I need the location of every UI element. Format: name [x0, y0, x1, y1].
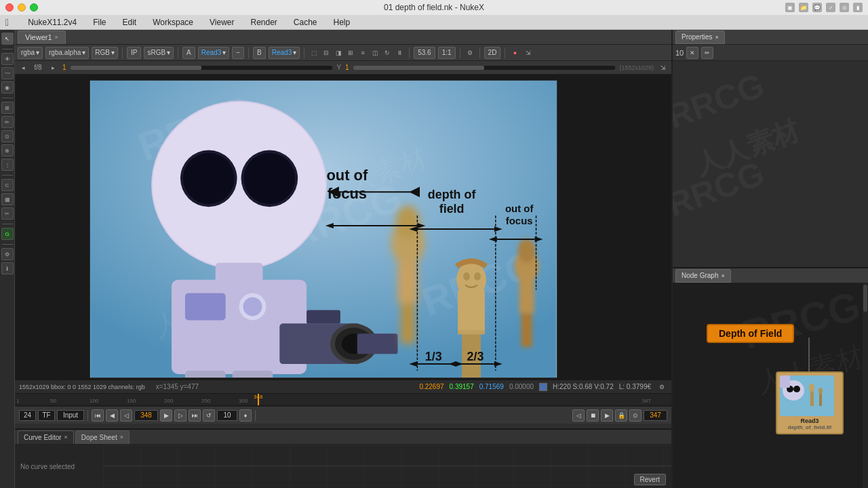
mode-icon[interactable]: ⇲: [658, 62, 669, 73]
colorspace-dropdown[interactable]: RGB ▾: [92, 47, 118, 59]
tool-color[interactable]: ◉: [1, 81, 14, 94]
brush-icon[interactable]: ●: [509, 47, 520, 58]
histogram-icon[interactable]: ◫: [370, 47, 380, 58]
menu-workspace[interactable]: Workspace: [150, 16, 196, 28]
ratio-btn[interactable]: 1:1: [438, 47, 456, 59]
minimize-button[interactable]: [18, 3, 26, 12]
overlay-icon[interactable]: ≡: [357, 47, 368, 58]
properties-tab-close[interactable]: ×: [715, 34, 719, 41]
node-graph-tab[interactable]: Node Graph ×: [675, 269, 731, 283]
ng-scrollbar[interactable]: [863, 283, 868, 488]
tf-mode[interactable]: TF: [38, 410, 55, 421]
colorspace2-label: sRGB: [147, 49, 165, 56]
viewer-settings-icon[interactable]: ⚙: [656, 382, 667, 392]
prev-keyframe-btn[interactable]: ⏮: [92, 409, 104, 422]
tool-deep[interactable]: ⋮: [1, 159, 14, 171]
tool-filter[interactable]: ▦: [1, 193, 14, 205]
read-b-dropdown[interactable]: Read3 ▾: [269, 47, 300, 59]
channel-b-dropdown[interactable]: rgba.alpha ▾: [45, 47, 89, 59]
node-graph-tab-close[interactable]: ×: [721, 272, 724, 279]
expand-icon[interactable]: ⇲: [523, 47, 534, 58]
bookmark-btn[interactable]: ♦: [239, 409, 252, 422]
ip-button[interactable]: IP: [127, 47, 141, 59]
play-fwd2-btn[interactable]: ▶: [601, 409, 613, 422]
curve-editor-tab[interactable]: Curve Editor ×: [18, 430, 74, 444]
tool-pointer[interactable]: ↖: [1, 33, 14, 45]
y-slider[interactable]: [353, 66, 616, 70]
menu-nukex[interactable]: NukeX11.2v4: [25, 16, 79, 28]
tool-track[interactable]: ⊕: [1, 144, 14, 157]
apple-menu[interactable]: : [5, 17, 9, 28]
luminance-display: L: 0.3799€: [619, 383, 651, 390]
rec-btn[interactable]: ⊙: [629, 409, 642, 422]
pause-icon[interactable]: ⏸: [394, 47, 405, 58]
revert-button[interactable]: Revert: [634, 474, 666, 485]
input-mode[interactable]: Input: [57, 410, 84, 421]
next-keyframe-btn[interactable]: ⏭: [189, 409, 201, 422]
prev-frame-icon[interactable]: ◂: [18, 62, 28, 73]
stop-btn[interactable]: ⏹: [587, 409, 599, 422]
maximize-button[interactable]: [30, 3, 38, 12]
current-frame-exp: 1: [62, 64, 66, 71]
tool-settings[interactable]: ⚙: [1, 248, 14, 260]
mode-2d-btn[interactable]: 2D: [484, 47, 501, 59]
tool-paint[interactable]: ✏: [1, 116, 14, 128]
tool-roto[interactable]: ⊙: [1, 130, 14, 142]
next-frame-icon[interactable]: ▸: [47, 62, 58, 73]
menu-cache[interactable]: Cache: [291, 16, 320, 28]
dope-sheet-tab[interactable]: Dope Sheet ×: [75, 430, 130, 444]
menu-file[interactable]: File: [90, 16, 108, 28]
menu-edit[interactable]: Edit: [120, 16, 140, 28]
dope-sheet-close[interactable]: ×: [120, 434, 123, 441]
props-tool-2[interactable]: ✏: [701, 47, 713, 59]
no-curve-label: No curve selected: [15, 445, 103, 488]
roi-icon[interactable]: ⬚: [309, 47, 319, 58]
tool-merge[interactable]: ⊂: [1, 179, 14, 191]
frame-number-input[interactable]: 348: [134, 410, 158, 421]
prev-frame-btn[interactable]: ◀: [106, 409, 118, 422]
props-tool-1[interactable]: ✕: [686, 47, 698, 59]
input-icon[interactable]: ⊞: [345, 47, 356, 58]
right-panel: Properties × 10 ✕ ✏ RRCG 人人素材 RRCG Node: [671, 30, 868, 488]
fps-input[interactable]: 24: [19, 410, 36, 421]
tool-keyer[interactable]: ✂: [1, 207, 14, 220]
minus-btn[interactable]: −: [232, 47, 244, 59]
node-graph-tab-label: Node Graph: [682, 272, 718, 279]
exposure-slider[interactable]: [71, 66, 333, 70]
play-rev-btn[interactable]: ◁: [120, 409, 132, 422]
screen-icon: ▣: [785, 3, 795, 12]
tool-g[interactable]: G: [1, 228, 14, 240]
colorspace2-dropdown[interactable]: sRGB ▾: [144, 47, 174, 59]
play-rev2-btn[interactable]: ◁: [572, 409, 585, 422]
compare-icon[interactable]: ◨: [333, 47, 344, 58]
loop-count[interactable]: 10: [217, 410, 237, 421]
menu-viewer[interactable]: Viewer: [207, 16, 237, 28]
zoom-level[interactable]: 53.6: [414, 47, 435, 59]
viewer-icon-group: ⬚ ⊟ ◨ ⊞ ≡ ◫ ↻ ⏸: [309, 47, 405, 58]
menu-render[interactable]: Render: [248, 16, 279, 28]
tool-curves[interactable]: 〰: [1, 67, 14, 79]
curve-editor-close[interactable]: ×: [64, 434, 68, 441]
end-frame-input[interactable]: 347: [644, 410, 667, 421]
channel-a-dropdown[interactable]: rgba ▾: [18, 47, 43, 59]
dof-node[interactable]: Depth of Field: [707, 324, 794, 343]
lock-btn[interactable]: 🔒: [615, 409, 627, 422]
ng-scroll-handle[interactable]: [863, 285, 867, 312]
split-icon[interactable]: ⊟: [321, 47, 332, 58]
read-a-dropdown[interactable]: Read3 ▾: [198, 47, 229, 59]
properties-tab[interactable]: Properties ×: [675, 30, 725, 44]
next-frame-btn[interactable]: ▷: [174, 409, 186, 422]
play-fwd-btn[interactable]: ▶: [160, 409, 172, 422]
settings-icon[interactable]: ⚙: [465, 47, 475, 58]
exposure-icon[interactable]: f/8: [33, 62, 43, 73]
tool-transform[interactable]: ⊞: [1, 102, 14, 114]
viewer1-tab[interactable]: Viewer1 ×: [18, 30, 66, 44]
menu-help[interactable]: Help: [331, 16, 353, 28]
tool-viewer[interactable]: 👁: [1, 53, 14, 65]
viewer-tab-close[interactable]: ×: [55, 34, 58, 41]
close-button[interactable]: [5, 3, 14, 12]
loop-btn[interactable]: ↺: [203, 409, 215, 422]
read3-node[interactable]: Read3 depth_of_field.tif: [776, 371, 844, 434]
tool-info[interactable]: ℹ: [1, 262, 14, 274]
refresh-icon[interactable]: ↻: [382, 47, 393, 58]
